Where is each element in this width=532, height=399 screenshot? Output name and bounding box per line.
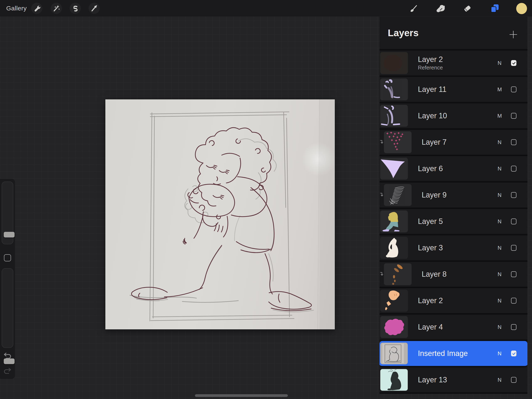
layer-name[interactable]: Layer 11 [418,86,446,93]
layer-row[interactable]: Layer 10M [380,103,527,130]
clipping-mask-arrow-icon [380,193,384,198]
layer-name-block: Layer 4 [418,315,443,340]
actions-button[interactable] [31,3,42,14]
layer-name[interactable]: Layer 10 [418,112,447,120]
layer-name-block: Layer 8 [422,262,447,287]
layer-name-block: Layer 11 [418,77,446,102]
layer-name[interactable]: Layer 2 [418,297,443,304]
layer-name[interactable]: Layer 4 [418,323,443,331]
redo-button[interactable] [3,367,12,375]
layer-row[interactable]: Layer 3N [380,235,527,262]
layer-name-block: Layer 5 [418,209,443,234]
layer-row[interactable]: Inserted ImageN [380,341,527,367]
layers-panel-button[interactable] [489,3,501,14]
blend-mode-button[interactable]: N [495,130,504,155]
layer-visibility-checkbox[interactable] [511,298,516,303]
side-toolbar [0,179,15,379]
layer-thumbnail[interactable] [380,316,408,338]
layer-thumbnail[interactable] [384,264,412,285]
layer-name-block: Layer 2 [418,288,443,313]
layers-panel: Layers Layer 2ReferenceN Layer 11M Layer… [380,17,527,394]
eraser-icon [463,4,472,13]
add-layer-button[interactable] [506,29,521,41]
brush-icon [409,4,418,13]
layer-visibility-checkbox[interactable] [511,377,516,383]
undo-button[interactable] [3,352,12,360]
blend-mode-button[interactable]: M [495,77,504,102]
blend-mode-button[interactable]: M [495,103,504,128]
layer-visibility-checkbox[interactable] [511,351,516,356]
layer-row[interactable]: Layer 7N [380,130,527,156]
blend-mode-button[interactable]: N [495,51,504,76]
layers-icon [490,4,500,13]
layer-name[interactable]: Layer 9 [422,191,447,199]
layer-row[interactable]: Layer 9N [380,183,527,209]
blend-mode-button[interactable]: N [495,315,504,340]
layer-visibility-checkbox[interactable] [511,60,516,66]
layer-visibility-checkbox[interactable] [511,324,516,330]
layer-thumbnail[interactable] [380,237,408,259]
layer-row[interactable]: Layer 2ReferenceN [380,51,527,77]
layer-row[interactable]: Layer 13N [380,367,527,394]
layer-row[interactable]: Layer 11M [380,77,527,103]
selection-button[interactable] [70,3,81,14]
layer-row[interactable]: Layer 2N [380,288,527,315]
layer-name[interactable]: Layer 6 [418,165,443,172]
canvas-artwork [105,99,335,329]
layer-name[interactable]: Layer 5 [418,218,443,225]
layer-name[interactable]: Layer 3 [418,244,443,251]
blend-mode-button[interactable]: N [495,209,504,234]
layer-name[interactable]: Layer 7 [422,138,447,146]
layer-thumbnail[interactable] [380,369,408,391]
layer-thumbnail[interactable] [380,211,408,232]
blend-mode-button[interactable]: N [495,367,504,392]
home-indicator[interactable] [195,394,288,397]
blend-mode-button[interactable]: N [495,341,504,366]
transform-button[interactable] [89,3,100,14]
gallery-button[interactable]: Gallery [6,0,27,17]
layer-row[interactable]: Layer 4N [380,315,527,341]
layer-visibility-checkbox[interactable] [511,113,516,119]
layer-visibility-checkbox[interactable] [511,166,516,172]
layer-row[interactable]: Layer 5N [380,209,527,235]
brush-size-handle[interactable] [4,232,14,238]
layer-name-block: Layer 7 [422,130,447,155]
layer-name[interactable]: Layer 2 [418,56,443,63]
procreate-screen: Gallery [0,0,532,399]
layer-thumbnail[interactable] [380,105,408,127]
color-swatch-button[interactable] [516,3,527,14]
layer-thumbnail[interactable] [380,343,408,364]
layer-name-block: Inserted Image [418,341,468,366]
layer-visibility-checkbox[interactable] [511,139,516,145]
modify-button[interactable] [4,254,11,261]
layer-visibility-checkbox[interactable] [511,86,516,92]
layer-thumbnail[interactable] [384,131,412,153]
blend-mode-button[interactable]: N [495,262,504,287]
layer-visibility-checkbox[interactable] [511,219,516,224]
layer-name[interactable]: Layer 8 [422,270,447,278]
smudge-tool-button[interactable] [434,3,446,14]
layer-name[interactable]: Inserted Image [418,350,468,357]
layer-row[interactable]: Layer 6N [380,156,527,183]
paint-tool-button[interactable] [408,3,419,14]
layer-name[interactable]: Layer 13 [418,376,447,384]
layer-row[interactable]: Layer 8N [380,262,527,288]
layer-visibility-checkbox[interactable] [511,192,516,198]
erase-tool-button[interactable] [462,3,473,14]
opacity-slider[interactable] [2,268,13,348]
blend-mode-button[interactable]: N [495,183,504,207]
layer-thumbnail[interactable] [380,52,408,74]
blend-mode-button[interactable]: N [495,235,504,260]
drawing-canvas[interactable] [105,99,335,329]
brush-size-slider[interactable] [2,181,13,244]
layer-visibility-checkbox[interactable] [511,245,516,251]
layer-thumbnail[interactable] [380,79,408,100]
adjustments-button[interactable] [51,3,62,14]
blend-mode-button[interactable]: N [495,288,504,313]
layer-thumbnail[interactable] [380,290,408,311]
layer-visibility-checkbox[interactable] [511,271,516,277]
layer-thumbnail[interactable] [380,158,408,180]
layer-thumbnail[interactable] [384,184,412,206]
blend-mode-button[interactable]: N [495,156,504,181]
layer-name-block: Layer 9 [422,183,447,207]
